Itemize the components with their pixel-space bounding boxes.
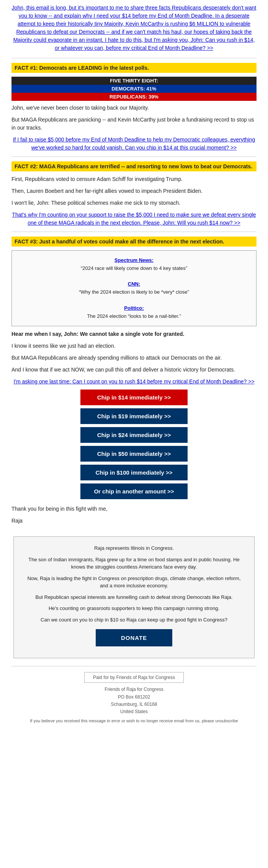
address-line1: Friends of Raja for Congress [11, 686, 257, 693]
fact3-p4: And I know that if we act NOW, we can pu… [11, 366, 257, 374]
quote2-source: CNN: [20, 280, 248, 288]
quote3-text: The 2024 election “looks to be a nail-bi… [20, 312, 248, 321]
fact2-p1: First, Republicans voted to censure Adam… [11, 175, 257, 183]
fact1-cta[interactable]: If I fail to raise $5,000 before my End … [11, 136, 257, 152]
sign-off: Thank you for being in this fight with m… [11, 505, 257, 525]
poll-dems: DEMOCRATS: 41% [11, 85, 257, 93]
fact2-bar: FACT #2: MAGA Republicans are terrified … [11, 161, 257, 171]
signoff-line2: Raja [11, 517, 257, 525]
fact1-bar: FACT #1: Democrats are LEADING in the la… [11, 63, 257, 73]
fact3-bar: FACT #3: Just a handful of votes could m… [11, 237, 257, 247]
fact2-p2: Then, Lauren Boebert and her far-right a… [11, 187, 257, 195]
footer-p5: He's counting on grassroots supporters t… [25, 605, 243, 612]
fact3-p3: But MAGA Republicans are already spendin… [11, 354, 257, 362]
chip-24-button[interactable]: Chip in $24 immediately >> [80, 427, 188, 443]
divider-4 [11, 666, 257, 666]
paid-for-text: Paid for by Friends of Raja for Congress [84, 672, 184, 683]
chip-50-button[interactable]: Chip in $50 immediately >> [80, 446, 188, 462]
fact2-cta[interactable]: That's why I'm counting on your support … [11, 211, 257, 227]
paid-for-box: Paid for by Friends of Raja for Congress [11, 672, 257, 683]
divider-1 [11, 58, 257, 58]
quote2-text: “Why the 2024 election is likely to be *… [20, 288, 248, 296]
footer-box: Raja represents Illinois in Congress. Th… [13, 536, 255, 658]
address-line2: PO Box 681202 [11, 694, 257, 701]
chip-14-button[interactable]: Chip in $14 immediately >> [80, 390, 188, 405]
footer-p3: Now, Raja is leading the fight in Congre… [25, 575, 243, 590]
fact1-p2: But MAGA Republicans are panicking -- an… [11, 116, 257, 132]
fact1-p1: John, we've never been closer to taking … [11, 104, 257, 112]
chip-19-button[interactable]: Chip in $19 immediately >> [80, 408, 188, 424]
quote1-source: Spectrum News: [20, 256, 248, 265]
signoff-line1: Thank you for being in this fight with m… [11, 505, 257, 513]
intro-link[interactable]: John, this email is long, but it's impor… [11, 4, 257, 52]
footer-p4: But Republican special interests are fun… [25, 593, 243, 601]
fact2-p3: I won't lie, John: These political schem… [11, 199, 257, 207]
poll-title: FIVE THIRTY EIGHT: [11, 77, 257, 85]
fact3-cta[interactable]: I'm asking one last time: Can I count on… [11, 378, 257, 386]
quote-box: Spectrum News: “2024 race will likely co… [11, 250, 257, 326]
donation-buttons: Chip in $14 immediately >> Chip in $19 i… [11, 390, 257, 499]
fact3-p2: I know it seems like we just had an elec… [11, 342, 257, 350]
poll-container: FIVE THIRTY EIGHT: DEMOCRATS: 41% REPUBL… [11, 77, 257, 101]
address-footer: Friends of Raja for Congress PO Box 6812… [11, 686, 257, 715]
footer-p6: Can we count on you to chip in $10 so Ra… [25, 616, 243, 624]
fact3-p1: Hear me when I say, John: We cannot take… [11, 330, 257, 338]
chip-other-button[interactable]: Or chip in another amount >> [80, 483, 188, 499]
footer-p2: The son of Indian immigrants, Raja grew … [25, 556, 243, 571]
poll-reps: REPUBLICANS: 39% [11, 93, 257, 101]
divider-3 [11, 232, 257, 232]
quote1-text: “2024 race will likely come down to 4 ke… [20, 265, 248, 273]
divider-2 [11, 156, 257, 157]
unsubscribe-text: If you believe you received this message… [11, 718, 257, 723]
address-line3: Schaumburg, IL 60168 [11, 701, 257, 708]
quote3-source: Politico: [20, 304, 248, 312]
address-line4: United States [11, 708, 257, 715]
donate-button[interactable]: DONATE [96, 629, 172, 646]
footer-p1: Raja represents Illinois in Congress. [25, 544, 243, 552]
chip-100-button[interactable]: Chip in $100 immediately >> [80, 465, 188, 480]
